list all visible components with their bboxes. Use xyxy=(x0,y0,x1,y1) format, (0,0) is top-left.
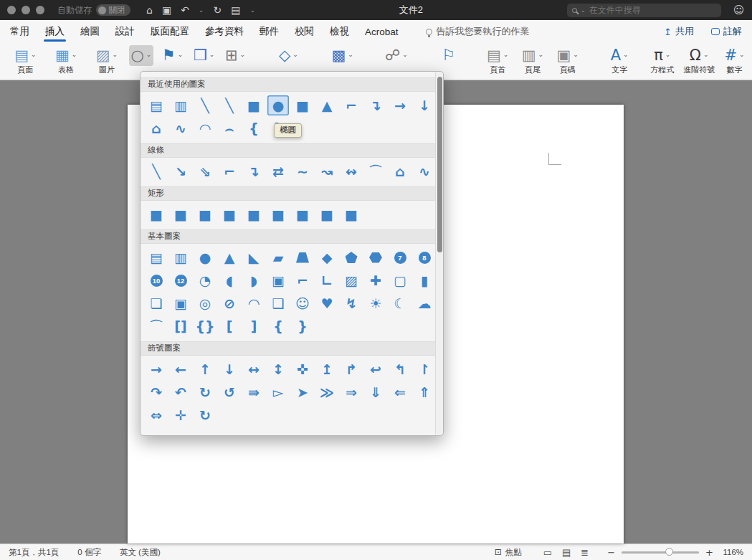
shape-line-arrow[interactable]: ↘ xyxy=(170,161,191,181)
shape-moon[interactable]: ☾ xyxy=(389,293,411,313)
shape-left-brace[interactable]: { xyxy=(243,118,265,138)
shape-lightning-bolt[interactable]: ↯ xyxy=(341,293,362,313)
print-layout-icon[interactable]: ▤ xyxy=(562,547,571,558)
shape-elbow-arrow-connector[interactable]: ↴ xyxy=(243,161,265,181)
shape-snip-diagonal-corner-rectangle[interactable]: ■ xyxy=(243,204,265,224)
shape-sun[interactable]: ☀ xyxy=(365,293,386,313)
tab-insert[interactable]: 插入 xyxy=(45,20,65,43)
number-button[interactable]: #⌄數字 xyxy=(723,45,746,75)
zoom-in-button[interactable]: + xyxy=(705,547,713,558)
add-ins-button[interactable]: ⊞⌄ xyxy=(224,45,247,66)
3d-models-button[interactable]: ❒⌄ xyxy=(192,45,216,66)
shape-vertical-text-box[interactable]: ▥ xyxy=(170,247,191,267)
tab-draw[interactable]: 繪圖 xyxy=(80,20,100,43)
shape-l-shape[interactable]: ∟ xyxy=(316,270,338,290)
shape-right-triangle[interactable]: ◣ xyxy=(243,247,265,267)
shape-quad-arrow-callout[interactable]: ✛ xyxy=(170,405,191,425)
links-button[interactable]: ☍⌄ xyxy=(384,45,409,66)
shape-round-same-side-corner-rectangle[interactable]: ■ xyxy=(316,204,338,224)
tab-review[interactable]: 校閱 xyxy=(295,20,314,43)
shape-elbow-arrow-connector[interactable]: ↴ xyxy=(365,95,386,115)
tab-mailings[interactable]: 郵件 xyxy=(260,20,279,43)
share-button[interactable]: ↥ 共用 xyxy=(664,25,694,38)
shape-curved-left-arrow[interactable]: ↶ xyxy=(170,382,191,402)
tab-acrobat[interactable]: Acrobat xyxy=(365,20,399,43)
autosave-toggle[interactable]: 關閉 xyxy=(96,4,130,16)
focus-mode-button[interactable]: ⊡ 焦點 xyxy=(495,547,522,558)
pictures-button[interactable]: ▨⌄圖片 xyxy=(94,45,119,75)
shape-diagonal-stripe[interactable]: ▨ xyxy=(341,270,362,290)
shape-octagon[interactable]: 8 xyxy=(414,247,435,267)
shape-donut[interactable]: ◎ xyxy=(194,293,216,313)
word-count[interactable]: 0 個字 xyxy=(77,547,101,558)
table-button[interactable]: ▦⌄表格 xyxy=(54,45,79,75)
shape-line[interactable]: ╲ xyxy=(146,161,167,181)
zoom-slider-thumb[interactable] xyxy=(665,548,673,556)
search-scope-caret-icon[interactable]: ⌄ xyxy=(581,7,586,14)
comments-button[interactable]: 註解 xyxy=(711,25,742,38)
tab-references[interactable]: 參考資料 xyxy=(205,20,244,43)
shape-left-up-arrow[interactable]: ↰ xyxy=(389,359,411,379)
shape-heart[interactable]: ♥ xyxy=(316,293,338,313)
shape-quad-arrow[interactable]: ✜ xyxy=(292,359,313,379)
tab-view[interactable]: 檢視 xyxy=(330,20,349,43)
shape-rectangle[interactable]: ■ xyxy=(243,95,265,115)
redo-icon[interactable]: ↻ xyxy=(213,5,222,15)
shape-smiley-face[interactable]: ☺ xyxy=(292,293,313,313)
shape-pie[interactable]: ◔ xyxy=(194,270,216,290)
shape-right-brace[interactable]: } xyxy=(292,316,313,336)
shape-notched-right-arrow[interactable]: ▻ xyxy=(267,382,289,402)
shape-arc[interactable]: ⌒ xyxy=(146,316,167,336)
web-layout-icon[interactable]: ≣ xyxy=(581,547,589,558)
undo-icon[interactable]: ↶ xyxy=(181,5,189,15)
footer-button[interactable]: ▥⌄頁尾 xyxy=(520,45,546,75)
shape-chord[interactable]: ◖ xyxy=(219,270,240,290)
language-indicator[interactable]: 英文 (美國) xyxy=(120,547,161,558)
minimize-button[interactable] xyxy=(22,6,30,14)
shape-round-diagonal-corner-rectangle[interactable]: ■ xyxy=(341,204,362,224)
pages-button[interactable]: ▤⌄頁面 xyxy=(13,45,38,75)
shape-down-arrow[interactable]: ↓ xyxy=(414,95,435,115)
shape-left-bracket[interactable]: [ xyxy=(219,316,240,336)
shape-text-box[interactable]: ▤ xyxy=(146,95,167,115)
save-icon[interactable]: ▣ xyxy=(162,5,171,15)
text-button[interactable]: A⌄文字 xyxy=(609,45,630,75)
shape-circular-arrow[interactable]: ↻ xyxy=(194,405,216,425)
shape-freeform[interactable]: ⌂ xyxy=(146,118,167,138)
shape-snip-single-corner-rectangle[interactable]: ■ xyxy=(194,204,216,224)
shape-left-right-arrow-callout[interactable]: ⇔ xyxy=(146,405,167,425)
menu-scrollbar-thumb[interactable] xyxy=(437,77,442,252)
shape-elbow-double-arrow-connector[interactable]: ⇄ xyxy=(267,161,289,181)
shape-left-right-up-arrow[interactable]: ↥ xyxy=(316,359,338,379)
shape-rounded-rectangle[interactable]: ■ xyxy=(292,95,313,115)
shape-curve[interactable]: ⌢ xyxy=(219,118,240,138)
shape-can[interactable]: ▮ xyxy=(414,270,435,290)
shape-left-arrow[interactable]: ← xyxy=(170,359,191,379)
shape-heptagon[interactable]: 7 xyxy=(389,247,411,267)
shape-rectangle[interactable]: ■ xyxy=(146,204,167,224)
shape-up-arrow[interactable]: ↑ xyxy=(194,359,216,379)
tab-design[interactable]: 設計 xyxy=(115,20,135,43)
shape-u-turn-arrow[interactable]: ↩ xyxy=(365,359,386,379)
shape-isosceles-triangle[interactable]: ▲ xyxy=(316,95,338,115)
shape-snip-same-side-corner-rectangle[interactable]: ■ xyxy=(219,204,240,224)
shape-elbow-connector[interactable]: ⌐ xyxy=(341,95,362,115)
shape-trapezoid[interactable] xyxy=(292,247,313,267)
shape-line-arrow[interactable]: ╲ xyxy=(219,95,240,115)
toolbar-options-caret-icon[interactable]: ⌄ xyxy=(249,7,255,14)
shape-teardrop[interactable]: ◗ xyxy=(243,270,265,290)
shape-down-arrow[interactable]: ↓ xyxy=(219,359,240,379)
home-icon[interactable]: ⌂ xyxy=(146,5,153,15)
shape-oval[interactable]: ● xyxy=(194,247,216,267)
undo-menu-caret-icon[interactable]: ⌄ xyxy=(199,7,204,14)
shape-decagon[interactable]: 10 xyxy=(146,270,167,290)
shape-folded-corner[interactable]: ❑ xyxy=(267,293,289,313)
shape-cube[interactable]: ❏ xyxy=(146,293,167,313)
close-button[interactable] xyxy=(7,6,16,14)
tell-me-button[interactable]: 告訴我您要執行的作業 xyxy=(426,25,530,38)
zoom-level[interactable]: 116% xyxy=(720,548,743,556)
print-icon[interactable]: ▤ xyxy=(231,5,240,15)
shape-plaque[interactable]: ▢ xyxy=(389,270,411,290)
shape-double-brace[interactable]: {} xyxy=(194,316,216,336)
shape-snip-and-round-single-corner-rectangle[interactable]: ■ xyxy=(267,204,289,224)
